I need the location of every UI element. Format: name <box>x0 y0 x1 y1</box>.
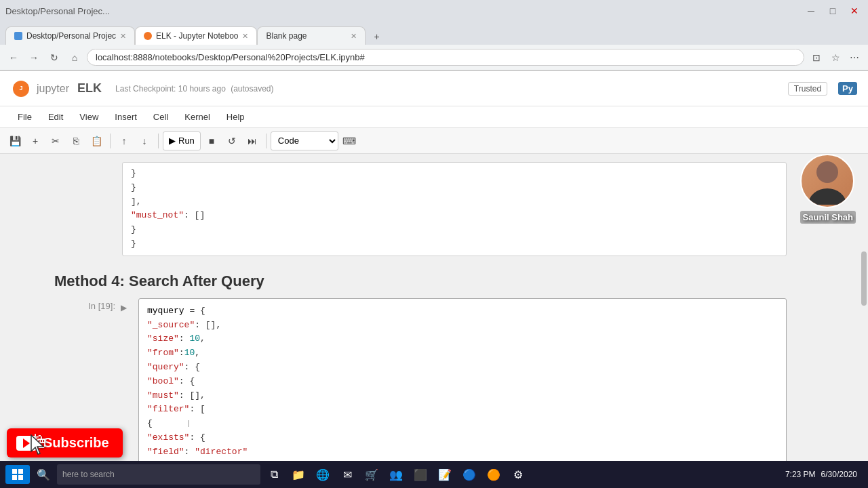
code-line-2: "_source": [], <box>147 319 778 333</box>
taskbar-search-text: here to search <box>62 470 115 479</box>
interrupt-button[interactable]: ■ <box>202 131 221 150</box>
cell-run-indicator-area: ▶ <box>121 298 133 313</box>
code-line-11: "field": "director" <box>147 445 778 460</box>
youtube-icon <box>16 436 37 451</box>
toolbar: 💾 + ✂ ⎘ 📋 ↑ ↓ ▶ Run ■ ↺ ⏭ Code Markdown … <box>0 128 868 154</box>
favorites-button[interactable]: ☆ <box>827 49 844 66</box>
settings-button[interactable]: ⋯ <box>846 49 863 66</box>
add-cell-button[interactable]: + <box>26 131 45 150</box>
forward-button[interactable]: → <box>26 49 42 66</box>
file-explorer-button[interactable]: 📁 <box>288 464 309 485</box>
address-text: localhost:8888/notebooks/Desktop/Persona… <box>96 52 365 62</box>
tab-label-desktop: Desktop/Personal Projec <box>26 31 116 41</box>
code-line-8: "filter": [ <box>147 403 778 417</box>
menu-cell[interactable]: Cell <box>146 109 175 125</box>
cell-input-label: In [19]: <box>88 301 115 311</box>
task-view-button[interactable]: ⧉ <box>263 464 285 485</box>
teams-button[interactable]: 👥 <box>385 464 407 485</box>
code-line-4: "from":10, <box>147 346 778 361</box>
subscribe-label: Subscribe <box>43 435 109 451</box>
move-down-button[interactable]: ↓ <box>135 131 154 150</box>
cell-type-select[interactable]: Code Markdown Raw NBConvert <box>271 131 338 150</box>
search-taskbar-button[interactable]: 🔍 <box>33 464 54 485</box>
code-line-3: "size": 10, <box>147 332 778 346</box>
windows-icon <box>12 468 24 481</box>
chrome-browser-button[interactable]: 🔵 <box>458 464 480 485</box>
copy-button[interactable]: ⎘ <box>66 131 85 150</box>
taskbar-search-box[interactable]: here to search <box>57 464 260 485</box>
scrollbar-thumb[interactable] <box>861 251 867 306</box>
keyboard-shortcut-button[interactable]: ⌨ <box>340 131 359 150</box>
code-cell-container: In [19]: ▶ myquery = { "_source": [], "s… <box>54 298 787 463</box>
notebook-name[interactable]: ELK <box>77 81 102 96</box>
tab-favicon-desktop <box>14 32 22 40</box>
user-name: Saunil Shah <box>800 211 856 224</box>
edge-button[interactable]: 🌐 <box>312 464 334 485</box>
back-button[interactable]: ← <box>5 49 22 66</box>
run-button[interactable]: ▶ Run <box>163 131 201 150</box>
reload-button[interactable]: ↻ <box>46 49 62 66</box>
kernel-badge: Py <box>838 82 857 95</box>
jupyter-wordmark: jupyter <box>37 83 69 95</box>
tab-close-desktop[interactable]: ✕ <box>120 32 126 41</box>
new-tab-button[interactable]: + <box>368 28 384 45</box>
menu-edit[interactable]: Edit <box>41 109 70 125</box>
code-cell-content: myquery = { "_source": [], "size": 10, "… <box>139 299 786 463</box>
browser-nav-icons: ⊡ ☆ ⋯ <box>808 49 863 66</box>
code-line-1: myquery = { <box>147 304 778 319</box>
subscribe-button[interactable]: Subscribe <box>7 428 123 458</box>
tab-close-blank[interactable]: ✕ <box>351 32 357 41</box>
svg-point-2 <box>816 161 838 183</box>
cut-button[interactable]: ✂ <box>46 131 65 150</box>
prev-line-4: "must_not": [] <box>131 209 778 223</box>
restart-run-button[interactable]: ⏭ <box>243 131 262 150</box>
prev-line-6: } <box>131 237 778 251</box>
close-button[interactable]: ✕ <box>846 3 863 19</box>
prev-line-2: } <box>131 181 778 195</box>
maximize-button[interactable]: □ <box>825 3 841 19</box>
user-avatar <box>800 154 854 208</box>
tab-jupyter[interactable]: ELK - Jupyter Noteboo ✕ <box>135 26 257 45</box>
user-avatar-area: Saunil Shah <box>800 154 856 224</box>
tab-label-blank: Blank page <box>266 31 307 41</box>
tab-desktop[interactable]: Desktop/Personal Projec ✕ <box>5 26 135 45</box>
paste-button[interactable]: 📋 <box>87 131 106 150</box>
code-cell-19[interactable]: myquery = { "_source": [], "size": 10, "… <box>138 298 787 463</box>
code-line-6: "bool": { <box>147 375 778 389</box>
menu-insert[interactable]: Insert <box>108 109 144 125</box>
minimize-button[interactable]: ─ <box>803 3 819 19</box>
save-button[interactable]: 💾 <box>5 131 24 150</box>
store-button[interactable]: 🛒 <box>361 464 382 485</box>
taskbar: 🔍 here to search ⧉ 📁 🌐 ✉ 🛒 👥 ⬛ 📝 🔵 🟠 ⚙ 7… <box>0 461 868 488</box>
menu-view[interactable]: View <box>73 109 105 125</box>
address-bar[interactable]: localhost:8888/notebooks/Desktop/Persona… <box>87 49 804 66</box>
home-button[interactable]: ⌂ <box>66 49 83 66</box>
svg-rect-5 <box>12 469 17 474</box>
separator3 <box>266 134 267 148</box>
menu-file[interactable]: File <box>11 109 39 125</box>
code-line-7: "must": [], <box>147 389 778 403</box>
move-up-button[interactable]: ↑ <box>115 131 134 150</box>
method4-heading: Method 4: Search After Query <box>54 272 787 290</box>
start-button[interactable] <box>5 465 30 484</box>
restart-button[interactable]: ↺ <box>222 131 241 150</box>
tab-favicon-jupyter <box>144 32 152 40</box>
taskbar-date: 6/30/2020 <box>821 470 857 479</box>
svg-rect-8 <box>18 475 23 480</box>
menu-help[interactable]: Help <box>220 109 252 125</box>
jupyter-toolbar-right: Trusted Py <box>788 82 857 96</box>
menu-kernel[interactable]: Kernel <box>178 109 217 125</box>
tab-blank[interactable]: Blank page ✕ <box>257 26 366 45</box>
jupyter-header: J jupyter ELK Last Checkpoint: 10 hours … <box>0 71 868 106</box>
method4-section: Method 4: Search After Query <box>54 267 787 298</box>
jupyter-taskbar-button[interactable]: 🟠 <box>483 464 505 485</box>
terminal-button[interactable]: ⬛ <box>410 464 431 485</box>
vscode-button[interactable]: 📝 <box>434 464 456 485</box>
tab-close-jupyter[interactable]: ✕ <box>242 32 248 41</box>
taskbar-time: 7:23 PM <box>785 470 816 479</box>
scrollbar[interactable] <box>860 224 868 436</box>
cell-run-indicator[interactable]: ▶ <box>121 303 127 312</box>
extensions-button[interactable]: ⊡ <box>808 49 825 66</box>
mail-button[interactable]: ✉ <box>336 464 358 485</box>
settings-taskbar-button[interactable]: ⚙ <box>507 464 529 485</box>
